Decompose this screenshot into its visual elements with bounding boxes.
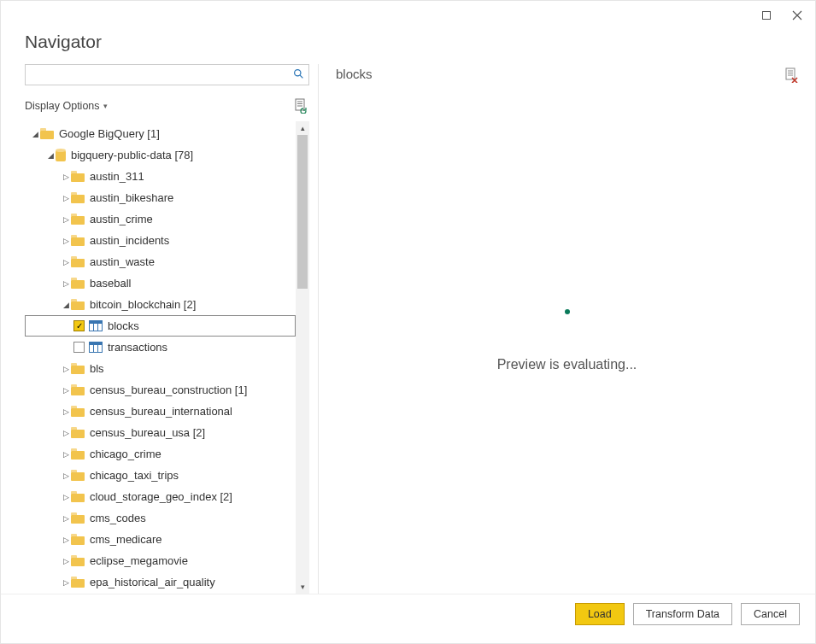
expand-icon[interactable]: ◢ [45,151,56,160]
tree-node-dataset[interactable]: ▷ census_bureau_international [25,401,296,422]
folder-icon [71,534,85,545]
tree-node-dataset[interactable]: ▷ census_bureau_construction [1] [25,379,296,401]
dialog-title: Navigator [1,30,815,64]
tree-node-dataset[interactable]: ▷ austin_waste [25,251,296,272]
tree-node-dataset[interactable]: ▷ chicago_crime [25,443,296,465]
tree-label: transactions [108,341,167,354]
expand-icon[interactable]: ▷ [61,365,71,373]
tree-label: epa_historical_air_quality [90,576,215,588]
tree-label: chicago_crime [90,448,161,460]
scrollbar-thumb[interactable] [297,135,308,289]
tree-node-table-blocks[interactable]: blocks [25,315,296,337]
tree-node-dataset[interactable]: ▷ baseball [25,272,296,294]
tree-label: bigquery-public-data [78] [71,149,193,161]
scroll-down-icon[interactable]: ▾ [296,580,309,594]
expand-icon[interactable]: ▷ [61,279,71,288]
search-input[interactable] [26,67,288,83]
search-icon[interactable] [288,68,308,82]
close-button[interactable] [790,8,805,23]
tree-node-dataset[interactable]: ▷ chicago_taxi_trips [25,465,296,486]
folder-icon [71,427,85,438]
tree-label: census_bureau_construction [1] [90,383,247,396]
tree-label: census_bureau_usa [2] [90,426,205,439]
svg-rect-0 [763,12,771,20]
dialog-footer: Load Transform Data Cancel [1,594,815,643]
tree-node-dataset[interactable]: ▷ eclipse_megamovie [25,550,296,571]
tree-node-dataset[interactable]: ▷ cloud_storage_geo_index [2] [25,486,296,507]
tree-node-dataset[interactable]: ▷ epa_historical_air_quality [25,571,296,593]
tree-node-dataset[interactable]: ▷ austin_crime [25,208,296,230]
folder-icon [71,278,85,289]
folder-icon [40,128,54,139]
tree-label: austin_bikeshare [90,191,173,204]
folder-icon [71,577,85,588]
scroll-up-icon[interactable]: ▴ [296,121,309,135]
refresh-icon[interactable] [294,98,309,114]
folder-icon [71,214,85,225]
tree-label: bitcoin_blockchain [2] [90,298,196,311]
folder-icon [71,171,85,182]
maximize-button[interactable] [759,8,774,23]
folder-icon [71,491,85,502]
tree-node-dataset[interactable]: ▷ austin_incidents [25,230,296,251]
scrollbar[interactable]: ▴ ▾ [296,121,309,594]
expand-icon[interactable]: ▷ [61,194,71,202]
tree-label: Google BigQuery [1] [59,127,160,140]
tree-label: cloud_storage_geo_index [2] [90,490,232,503]
tree-label: bls [90,362,104,375]
cancel-button[interactable]: Cancel [741,603,800,625]
tree-label: blocks [108,319,139,332]
tree-node-dataset[interactable]: ▷ census_bureau_usa [2] [25,422,296,443]
expand-icon[interactable]: ▷ [61,557,71,565]
checkbox[interactable] [73,342,85,353]
expand-icon[interactable]: ▷ [61,429,71,437]
tree-node-root[interactable]: ◢ Google BigQuery [1] [25,123,296,144]
expand-icon[interactable]: ◢ [61,301,71,309]
checkbox-checked[interactable] [73,320,85,331]
expand-icon[interactable]: ▷ [61,493,71,501]
preview-header: blocks [319,64,815,88]
spinner-icon [565,309,570,314]
display-options-label: Display Options [25,100,100,112]
tree-label: baseball [90,277,131,290]
expand-icon[interactable]: ▷ [61,536,71,544]
table-icon [89,320,103,331]
table-icon [89,342,103,353]
load-button[interactable]: Load [575,603,625,625]
tree-node-dataset[interactable]: ▷ cms_codes [25,507,296,529]
expand-icon[interactable]: ▷ [61,578,71,587]
search-box[interactable] [25,64,309,85]
tree-node-bitcoin[interactable]: ◢ bitcoin_blockchain [2] [25,294,296,315]
dialog-body: Display Options ▾ ◢ [1,64,815,594]
transform-data-button[interactable]: Transform Data [633,603,732,625]
expand-icon[interactable]: ◢ [30,130,40,138]
options-row: Display Options ▾ [25,94,309,118]
expand-icon[interactable]: ▷ [61,173,71,181]
tree-node-project[interactable]: ◢ bigquery-public-data [78] [25,144,296,166]
tree-node-dataset[interactable]: ▷ cms_medicare [25,529,296,550]
tree-node-dataset[interactable]: ▷ bls [25,358,296,379]
folder-icon [71,384,85,395]
tree-label: cms_codes [90,512,146,524]
display-options-button[interactable]: Display Options ▾ [25,100,108,112]
folder-icon [71,555,85,566]
expand-icon[interactable]: ▷ [61,258,71,266]
tree-node-dataset[interactable]: ▷ austin_bikeshare [25,187,296,208]
tree-node-dataset[interactable]: ▷ austin_311 [25,166,296,187]
folder-icon [71,256,85,267]
chevron-down-icon: ▾ [103,102,108,110]
tree-label: austin_incidents [90,234,169,247]
svg-rect-3 [786,68,795,79]
expand-icon[interactable]: ▷ [61,471,71,480]
expand-icon[interactable]: ▷ [61,386,71,395]
clear-preview-icon[interactable] [784,67,798,81]
expand-icon[interactable]: ▷ [61,237,71,245]
tree-node-table-transactions[interactable]: transactions [25,337,296,358]
expand-icon[interactable]: ▷ [61,215,71,224]
tree-label: eclipse_megamovie [90,554,188,567]
expand-icon[interactable]: ▷ [61,514,71,523]
expand-icon[interactable]: ▷ [61,407,71,416]
expand-icon[interactable]: ▷ [61,450,71,459]
left-pane: Display Options ▾ ◢ [1,64,319,594]
folder-icon [71,299,85,310]
